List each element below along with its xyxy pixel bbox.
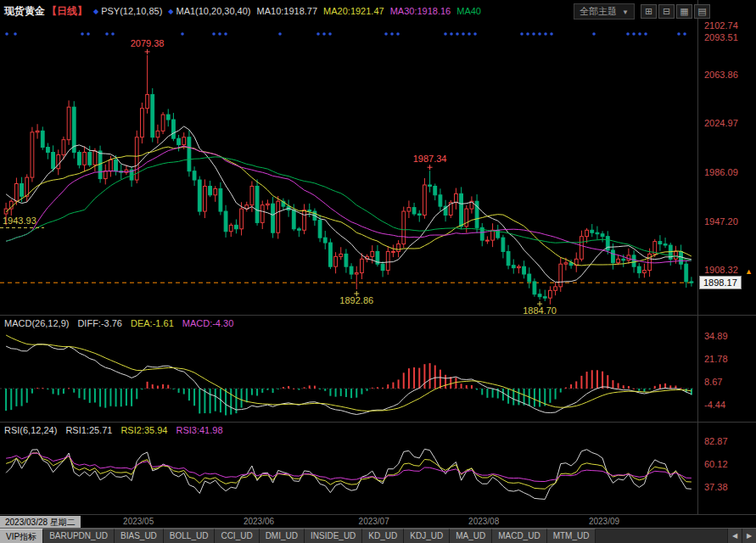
macd-hist-bar xyxy=(78,389,80,398)
candle-down xyxy=(52,152,55,168)
event-marker-dot xyxy=(644,32,647,36)
macd-dea-value: DEA:-1.61 xyxy=(131,318,174,328)
candle-down xyxy=(439,195,442,206)
candle-down xyxy=(166,115,170,120)
indicator-tabbar: VIP指标BARUPDN_UDBIAS_UDBOLL_UDCCI_UDDMI_U… xyxy=(0,528,756,543)
event-marker-dot xyxy=(544,32,547,36)
macd-hist-bar xyxy=(680,388,682,389)
symbol-title: 现货黄金 xyxy=(4,4,45,19)
ma40-value: MA40 xyxy=(456,6,481,16)
macd-hist-bar xyxy=(199,389,200,413)
macd-hist-bar xyxy=(445,375,446,389)
macd-axis-label: -4.44 xyxy=(704,400,725,410)
price-annotation: 1943.93 xyxy=(3,216,36,226)
price-direction-arrow-icon: ▲ xyxy=(745,267,753,276)
indicator-tab-INSIDE_UD[interactable]: INSIDE_UD xyxy=(305,529,362,543)
candle-up xyxy=(643,271,647,273)
macd-hist-bar xyxy=(63,389,64,394)
candle-up xyxy=(161,115,165,131)
candle-down xyxy=(507,251,510,265)
candle-up xyxy=(339,254,343,256)
macd-hist-bar xyxy=(246,389,248,402)
price-annotation: 1987.34 xyxy=(413,154,447,164)
ma10-line xyxy=(6,126,692,283)
theme-dropdown[interactable]: 全部主题 ▼ xyxy=(574,3,635,20)
rsi3-value: RSI3:41.98 xyxy=(176,425,222,435)
layout-grid-icon[interactable]: ⊟ xyxy=(658,4,675,19)
indicator-tab-MA_UD[interactable]: MA_UD xyxy=(450,529,492,543)
candle-up xyxy=(182,137,186,145)
layout-button-group: ⊞⊟▦▤ xyxy=(641,4,710,19)
layout-grid-icon[interactable]: ▦ xyxy=(676,4,692,19)
candle-down xyxy=(151,94,154,137)
macd-hist-bar xyxy=(178,389,180,393)
candle-down xyxy=(412,208,416,214)
macd-hist-bar xyxy=(654,386,656,389)
candle-up xyxy=(31,132,34,177)
x-axis-label: 2023/06 xyxy=(244,517,274,526)
macd-hist-bar xyxy=(58,389,59,395)
price-axis-label: 2024.97 xyxy=(704,118,738,128)
macd-hist-bar xyxy=(193,389,195,406)
candle-down xyxy=(72,107,76,152)
candle-up xyxy=(62,140,65,155)
candle-down xyxy=(292,210,295,229)
event-marker-dot xyxy=(105,32,109,36)
indicator-tab-DMI_UD[interactable]: DMI_UD xyxy=(260,529,305,543)
rsi-panel-chart[interactable] xyxy=(0,423,697,514)
candle-up xyxy=(146,94,149,108)
macd-hist-bar xyxy=(120,389,122,406)
indicator-tab-BOLL_UD[interactable]: BOLL_UD xyxy=(164,529,216,543)
macd-hist-bar xyxy=(602,372,603,389)
macd-hist-bar xyxy=(591,370,593,389)
candle-up xyxy=(141,109,144,137)
indicator-tab-BARUPDN_UD[interactable]: BARUPDN_UD xyxy=(43,529,115,543)
macd-hist-bar xyxy=(367,389,368,391)
macd-hist-bar xyxy=(377,387,378,389)
layout-grid-icon[interactable]: ⊞ xyxy=(641,4,657,19)
ma20-value: MA20:1921.47 xyxy=(323,6,384,16)
candle-up xyxy=(15,184,19,202)
macd-hist-bar xyxy=(256,389,258,396)
indicator-tab-MTM_UD[interactable]: MTM_UD xyxy=(547,529,596,543)
price-axis-label: 1986.09 xyxy=(704,167,738,177)
macd-hist-bar xyxy=(481,389,483,395)
macd-hist-bar xyxy=(659,384,661,389)
indicator-tab-BIAS_UD[interactable]: BIAS_UD xyxy=(115,529,164,543)
macd-hist-bar xyxy=(204,389,205,413)
macd-hist-bar xyxy=(570,384,572,389)
indicator-tab-VIP指标[interactable]: VIP指标 xyxy=(0,529,43,543)
macd-hist-bar xyxy=(225,389,227,416)
macd-hist-bar xyxy=(539,389,540,407)
rsi-title: RSI(6,12,24) xyxy=(4,425,57,435)
indicator-tab-KD_UD[interactable]: KD_UD xyxy=(362,529,404,543)
candle-up xyxy=(585,230,589,236)
main-candlestick-chart[interactable]: 2079.381987.341892.861884.701943.93 xyxy=(0,24,697,316)
price-axis-label: 2063.86 xyxy=(704,70,738,80)
candle-down xyxy=(685,264,688,282)
macd-hist-bar xyxy=(649,389,651,389)
tab-scroll-left-icon[interactable]: ◀ xyxy=(727,529,742,543)
macd-hist-bar xyxy=(350,389,352,398)
macd-hist-bar xyxy=(461,383,462,389)
ma40-line xyxy=(6,157,692,260)
tab-scroll-right-icon[interactable]: ▶ xyxy=(742,529,756,543)
macd-panel-chart[interactable] xyxy=(0,316,697,422)
candle-up xyxy=(260,205,264,223)
macd-hist-bar xyxy=(251,389,253,395)
indicator-tab-KDJ_UD[interactable]: KDJ_UD xyxy=(404,529,450,543)
layout-grid-icon[interactable]: ▤ xyxy=(694,4,710,19)
macd-title: MACD(26,12,9) xyxy=(4,318,69,328)
macd-hist-bar xyxy=(596,370,598,389)
macd-hist-bar xyxy=(565,388,567,389)
event-marker-dot xyxy=(632,32,636,36)
candle-down xyxy=(533,282,536,294)
price-axis-divider xyxy=(697,0,698,514)
indicator-tab-MACD_UD[interactable]: MACD_UD xyxy=(492,529,546,543)
indicator-tab-CCI_UD[interactable]: CCI_UD xyxy=(215,529,259,543)
candle-down xyxy=(308,210,311,211)
macd-hist-bar xyxy=(387,384,389,389)
candle-down xyxy=(78,152,81,165)
rsi-axis-label: 82.87 xyxy=(704,436,728,446)
top-toolbar: 现货黄金 【日线】 ◆ PSY(12,10,85) ◆ MA1(10,20,30… xyxy=(0,0,715,22)
